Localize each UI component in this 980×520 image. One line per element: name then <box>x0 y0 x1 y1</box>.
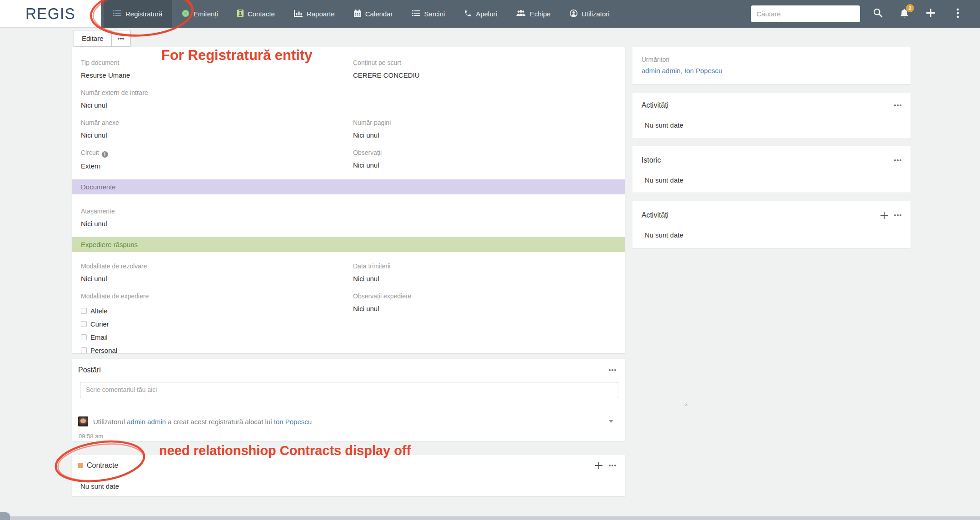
field-label: Data trimiterii <box>353 262 616 270</box>
assignee-link[interactable]: Ion Popescu <box>274 418 312 426</box>
section-header-expediere: Expediere răspuns <box>72 237 625 252</box>
checkbox-label: Personal <box>90 347 117 353</box>
tab-label: Rapoarte <box>307 10 335 18</box>
field-observatii: Observații Nici unul <box>348 149 625 179</box>
field-row: Modalitate de expediere Altele Curier Em… <box>72 292 625 353</box>
field-row: Tip document Resurse Umane Conținut pe s… <box>72 59 625 89</box>
calendar-icon <box>354 10 361 19</box>
app-logo: REGIS <box>25 5 75 23</box>
emitters-icon <box>182 10 189 19</box>
follower-link[interactable]: Ion Popescu <box>684 67 722 74</box>
checkbox-option-email[interactable]: Email <box>81 331 339 344</box>
checkbox-label: Email <box>90 333 108 341</box>
record-toolbar: Editare <box>74 30 131 47</box>
tab-sarcini[interactable]: Sarcini <box>403 0 455 28</box>
checkbox-option-personal[interactable]: Personal <box>81 344 339 353</box>
activities-panel-header: Activități <box>642 101 901 109</box>
field-data-trimiterii: Data trimiterii Nici unul <box>348 262 625 292</box>
tab-rapoarte[interactable]: Rapoarte <box>284 0 344 28</box>
tab-label: Echipe <box>530 10 551 18</box>
edit-more-button[interactable] <box>112 30 131 47</box>
tab-emitenti[interactable]: Emitenți <box>172 0 228 28</box>
tab-utilizatori[interactable]: Utilizatori <box>560 0 619 28</box>
avatar[interactable] <box>78 416 88 426</box>
followers-panel: Urmăritori admin admin, Ion Popescu <box>632 47 910 84</box>
checkbox-option-curier[interactable]: Curier <box>81 317 339 331</box>
info-icon[interactable] <box>102 151 108 158</box>
contact-card-icon <box>237 10 244 19</box>
logo-container[interactable]: REGIS <box>0 0 101 28</box>
bottom-left-corner-shape <box>0 512 10 520</box>
checkbox-option-altele[interactable]: Altele <box>81 304 339 317</box>
panel-title: Postări <box>78 366 101 374</box>
comment-input[interactable] <box>80 382 618 398</box>
tab-registratura[interactable]: Registratură <box>104 0 172 28</box>
teams-icon <box>516 10 526 18</box>
panel-menu-icon[interactable] <box>894 159 896 161</box>
tab-calendar[interactable]: Calendar <box>344 0 403 28</box>
field-value: Resurse Umane <box>81 71 339 79</box>
tab-label: Sarcini <box>424 10 445 18</box>
panel-menu-icon[interactable] <box>609 369 611 371</box>
field-numar-pagini: Număr pagini Nici unul <box>348 119 625 149</box>
post-menu-caret-icon[interactable] <box>609 420 613 423</box>
panel-menu-icon[interactable] <box>609 465 611 466</box>
follower-link[interactable]: admin admin <box>642 67 681 74</box>
followers-names: admin admin, Ion Popescu <box>642 67 901 74</box>
tab-label: Apeluri <box>476 10 497 18</box>
tab-contacte[interactable]: Contacte <box>228 0 284 28</box>
search-icon <box>873 8 883 20</box>
field-row: Număr anexe Nici unul Număr pagini Nici … <box>72 119 625 149</box>
search-input[interactable] <box>751 5 860 22</box>
navbar-right-cluster: 2 <box>751 0 980 28</box>
kebab-icon <box>956 8 959 20</box>
field-label: Atașamente <box>81 207 339 215</box>
annotation-note-bottom: need relationshiop Contracts display off <box>159 443 411 458</box>
field-label: Observații <box>353 149 616 157</box>
field-atasamente: Atașamente Nici unul <box>72 207 348 237</box>
tab-label: Calendar <box>365 10 393 18</box>
tab-label: Contacte <box>248 10 275 18</box>
empty-state-text: Nu sunt date <box>645 231 901 239</box>
stream-post: Utilizatorul admin admin a creat acest r… <box>78 416 616 426</box>
relationship-square-icon <box>78 463 83 468</box>
menu-button[interactable] <box>947 0 968 28</box>
tab-echipe[interactable]: Echipe <box>507 0 560 28</box>
field-value: CERERE CONCEDIU <box>353 71 616 79</box>
activities-panel-2: Activități Nu sunt date <box>632 201 910 248</box>
stream-panel-header: Postări <box>78 366 616 374</box>
field-observatii-expediere: Observații expediere Nici unul <box>348 292 625 353</box>
search-button[interactable] <box>867 0 888 28</box>
panel-title: Contracte <box>87 461 118 470</box>
checkbox-icon[interactable] <box>81 308 87 314</box>
contracts-relationship-panel: Contracte Nu sunt date <box>72 455 625 496</box>
quick-create-button[interactable] <box>920 0 941 28</box>
field-modalitate-rezolvare: Modalitate de rezolvare Nici unul <box>72 262 348 292</box>
notifications-button[interactable]: 2 <box>894 0 915 28</box>
tab-apeluri[interactable]: Apeluri <box>454 0 507 28</box>
checkbox-icon[interactable] <box>81 321 87 327</box>
resize-grip-icon[interactable] <box>683 402 687 406</box>
checkbox-icon[interactable] <box>81 347 87 353</box>
add-activity-icon[interactable] <box>881 212 888 219</box>
field-label: Observații expediere <box>353 292 616 300</box>
bar-chart-icon <box>294 10 303 18</box>
field-label: Număr pagini <box>353 119 616 127</box>
record-detail-panel: Tip document Resurse Umane Conținut pe s… <box>72 47 625 353</box>
user-link[interactable]: admin admin <box>127 418 166 426</box>
empty-state-text: Nu sunt date <box>80 482 616 490</box>
bottom-edge-strip <box>0 516 980 520</box>
panel-menu-icon[interactable] <box>894 214 896 216</box>
edit-button[interactable]: Editare <box>74 30 112 47</box>
empty-state-text: Nu sunt date <box>645 176 901 184</box>
field-value: Nici unul <box>81 131 339 139</box>
field-modalitate-expediere: Modalitate de expediere Altele Curier Em… <box>72 292 348 353</box>
plus-icon <box>926 9 935 19</box>
panel-menu-icon[interactable] <box>894 104 896 106</box>
add-contract-icon[interactable] <box>595 462 602 469</box>
checkbox-icon[interactable] <box>81 334 87 340</box>
field-value: Nici unul <box>81 101 339 109</box>
tab-label: Emitenți <box>194 10 218 18</box>
field-row: Modalitate de rezolvare Nici unul Data t… <box>72 262 625 292</box>
field-numar-extern: Număr extern de intrare Nici unul <box>72 89 348 119</box>
